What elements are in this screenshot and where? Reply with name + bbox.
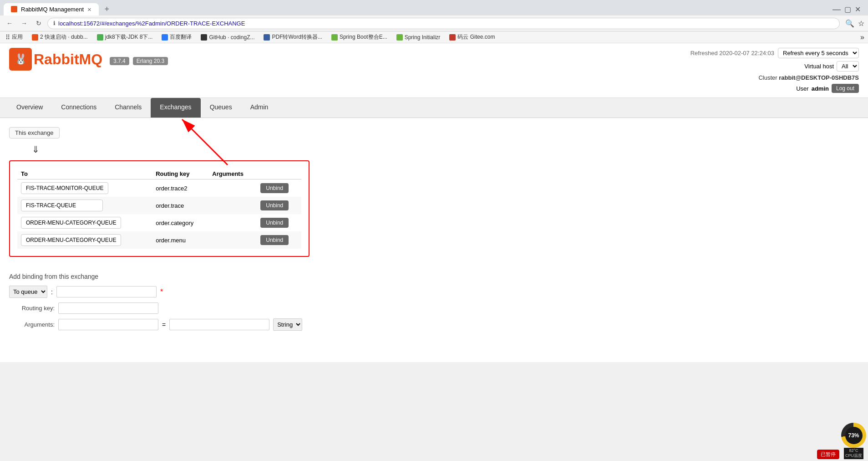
queue-name-box-1: FIS-TRACE-MONITOR-QUEUE xyxy=(21,182,108,194)
col-arguments: Arguments xyxy=(208,169,257,179)
rmq-header: 🐰 RabbitMQ 3.7.4 Erlang 20.3 Refreshed 2… xyxy=(0,43,868,98)
row3-to: ORDER-MENU-CATEGORY-QUEUE xyxy=(17,214,152,231)
nav-overview[interactable]: Overview xyxy=(7,98,52,118)
nav-channels[interactable]: Channels xyxy=(106,98,151,118)
logout-button[interactable]: Log out xyxy=(832,84,859,93)
row1-arguments xyxy=(208,179,257,197)
to-queue-select[interactable]: To queue xyxy=(9,286,47,298)
maximize-button[interactable]: ▢ xyxy=(844,5,851,14)
refresh-select[interactable]: Refresh every 5 seconds xyxy=(778,48,859,58)
tab-bar: RabbitMQ Management × + — ▢ ✕ xyxy=(0,0,868,15)
page-content: 🐰 RabbitMQ 3.7.4 Erlang 20.3 Refreshed 2… xyxy=(0,43,868,362)
bookmark-dubbo[interactable]: 2 快速启动 · dubb... xyxy=(30,32,90,42)
routing-key-input[interactable] xyxy=(58,302,158,314)
bookmark-springboot[interactable]: Spring Boot整合E... xyxy=(330,32,389,42)
queue-name-box-3: ORDER-MENU-CATEGORY-QUEUE xyxy=(21,217,121,229)
jdk-icon xyxy=(97,34,103,41)
rmq-logo: 🐰 RabbitMQ xyxy=(9,48,102,71)
bookmark-star-icon[interactable]: ☆ xyxy=(858,19,864,28)
active-tab[interactable]: RabbitMQ Management × xyxy=(4,3,99,15)
table-row: FIS-TRACE-MONITOR-QUEUE order.trace2 Unb… xyxy=(17,179,301,197)
row1-routing-key: order.trace2 xyxy=(152,179,208,197)
to-queue-input[interactable] xyxy=(56,286,157,297)
bookmark-springboot-label: Spring Boot整合E... xyxy=(340,33,387,41)
row4-unbind: Unbind xyxy=(257,231,301,249)
nav-exchanges[interactable]: Exchanges xyxy=(151,98,200,118)
routing-key-label: Routing key: xyxy=(9,305,55,312)
bookmark-pdf-label: PDF转Word转换器... xyxy=(272,33,322,41)
dubbo-icon xyxy=(32,34,38,41)
add-binding-section: Add binding from this exchange To queue … xyxy=(9,273,859,331)
row4-arguments xyxy=(208,231,257,249)
vhost-label: Virtual host xyxy=(804,63,834,70)
bindings-table: To Routing key Arguments FIS-TRACE-MONIT… xyxy=(17,169,301,249)
nav-connections[interactable]: Connections xyxy=(52,98,106,118)
row3-unbind: Unbind xyxy=(257,214,301,231)
equals-sign: = xyxy=(162,321,166,328)
arguments-value-input[interactable] xyxy=(169,319,269,330)
bookmarks-bar: ⠿ 应用 2 快速启动 · dubb... jdk8下载-JDK 8下... 百… xyxy=(0,31,868,43)
bookmarks-more[interactable]: » xyxy=(860,33,864,41)
refresh-row: Refreshed 2020-02-07 22:24:03 Refresh ev… xyxy=(690,48,859,58)
unbind-button-3[interactable]: Unbind xyxy=(260,218,289,228)
refresh-button[interactable]: ↻ xyxy=(33,17,45,29)
url-text: localhost:15672/#/exchanges/%2Fadmin/ORD… xyxy=(58,20,834,27)
col-actions xyxy=(257,169,301,179)
bookmark-baidu-label: 百度翻译 xyxy=(170,33,192,41)
pdf-icon xyxy=(264,34,270,41)
cluster-label: Cluster xyxy=(758,74,777,81)
bookmark-gitee[interactable]: 码云 Gitee.com xyxy=(447,32,497,42)
baidu-icon xyxy=(162,34,168,41)
unbind-button-1[interactable]: Unbind xyxy=(260,183,289,193)
row3-routing-key: order.category xyxy=(152,214,208,231)
rmq-nav: Overview Connections Channels Exchanges … xyxy=(0,98,868,118)
section-arrow: ⇓ xyxy=(32,144,859,155)
tab-close-button[interactable]: × xyxy=(87,6,91,13)
gitee-icon xyxy=(449,34,456,41)
bookmark-jdk[interactable]: jdk8下载-JDK 8下... xyxy=(95,32,155,42)
minimize-button[interactable]: — xyxy=(832,5,841,14)
search-icon[interactable]: 🔍 xyxy=(845,19,854,28)
tab-favicon xyxy=(11,6,17,12)
arguments-key-input[interactable] xyxy=(58,319,158,330)
bookmark-apps[interactable]: ⠿ 应用 xyxy=(4,32,25,42)
row4-routing-key: order.menu xyxy=(152,231,208,249)
new-tab-button[interactable]: + xyxy=(101,3,113,15)
logo-rabbit: Rabbit xyxy=(34,51,79,67)
bookmark-github[interactable]: GitHub · codingZ... xyxy=(199,33,256,41)
nav-queues[interactable]: Queues xyxy=(201,98,241,118)
cluster-value: rabbit@DESKTOP-0SHDB7S xyxy=(779,74,859,81)
unbind-button-4[interactable]: Unbind xyxy=(260,235,289,245)
rmq-badges: 3.7.4 Erlang 20.3 xyxy=(110,57,168,65)
bookmark-dubbo-label: 2 快速启动 · dubb... xyxy=(40,33,88,41)
user-value: admin xyxy=(812,85,829,92)
bookmark-jdk-label: jdk8下载-JDK 8下... xyxy=(105,33,153,41)
routing-key-row: Routing key: xyxy=(9,302,859,314)
colon-separator: : xyxy=(51,288,53,296)
user-row: User admin Log out xyxy=(796,84,859,93)
row2-unbind: Unbind xyxy=(257,197,301,214)
apps-icon: ⠿ xyxy=(5,34,10,41)
rmq-controls: Refreshed 2020-02-07 22:24:03 Refresh ev… xyxy=(690,48,859,93)
bookmark-baidu[interactable]: 百度翻译 xyxy=(160,32,193,42)
back-button[interactable]: ← xyxy=(4,17,15,29)
row2-arguments xyxy=(208,197,257,214)
unbind-button-2[interactable]: Unbind xyxy=(260,200,289,210)
url-bar[interactable]: ℹ localhost:15672/#/exchanges/%2Fadmin/O… xyxy=(47,18,840,29)
nav-icons: 🔍 ☆ xyxy=(845,19,864,28)
table-row: ORDER-MENU-CATEGORY-QUEUE order.category… xyxy=(17,214,301,231)
bookmark-initializr[interactable]: Spring Initializr xyxy=(395,33,442,41)
nav-admin[interactable]: Admin xyxy=(241,98,278,118)
vhost-select[interactable]: All xyxy=(837,61,859,72)
queue-name-box-2: FIS-TRACE-QUEUE xyxy=(21,200,103,211)
exchange-section-header-wrapper: This exchange xyxy=(9,127,859,142)
bindings-wrapper: To Routing key Arguments FIS-TRACE-MONIT… xyxy=(9,160,310,257)
bookmark-pdf[interactable]: PDF转Word转换器... xyxy=(262,32,324,42)
close-button[interactable]: ✕ xyxy=(855,5,861,14)
arguments-type-select[interactable]: String xyxy=(273,318,302,331)
row4-to: ORDER-MENU-CATEGORY-QUEUE xyxy=(17,231,152,249)
forward-button[interactable]: → xyxy=(18,17,30,29)
rmq-logo-area: 🐰 RabbitMQ 3.7.4 Erlang 20.3 xyxy=(9,48,168,71)
row1-unbind: Unbind xyxy=(257,179,301,197)
col-routing-key: Routing key xyxy=(152,169,208,179)
